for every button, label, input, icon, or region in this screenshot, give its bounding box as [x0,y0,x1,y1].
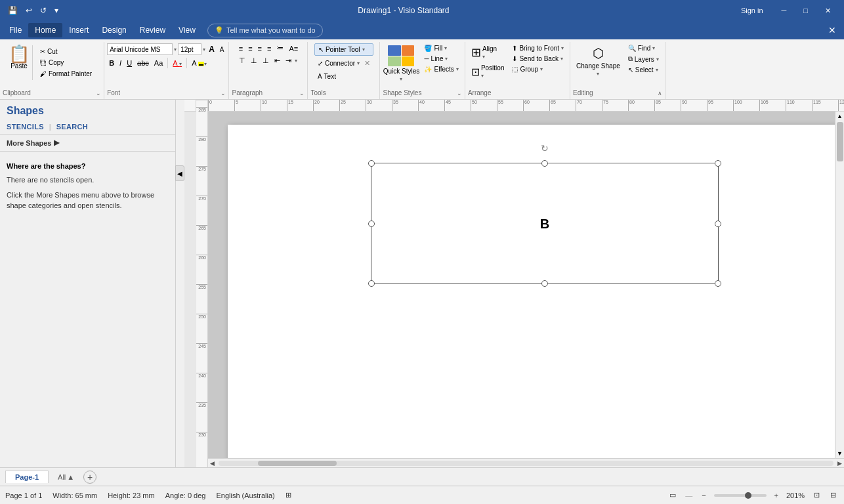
handle-top-center[interactable] [541,160,548,167]
position-button[interactable]: ⊡ Position ▾ [468,62,508,81]
font-color-button[interactable]: A ▾ [171,58,184,68]
font-size-label-btn[interactable]: Aa [152,58,165,68]
find-button[interactable]: 🔍 Find ▾ [625,43,662,53]
justify-button[interactable]: ≡ [265,44,273,53]
quick-styles-dropdown[interactable]: ▾ [400,76,402,82]
zoom-plus-button[interactable]: + [772,490,781,501]
copy-button[interactable]: ⿻ Copy [37,58,95,68]
vertical-scrollbar[interactable]: ▲ ▼ [835,112,844,458]
bring-front-button[interactable]: ⬆ Bring to Front ▾ [509,43,567,53]
tab-all-button[interactable]: All ▲ [51,471,81,483]
fill-button[interactable]: 🪣 Fill ▾ [421,43,461,53]
clipboard-expand-icon[interactable]: ⌄ [96,90,101,96]
font-size-dropdown[interactable]: ▾ [203,47,205,52]
shapestyles-expand-icon[interactable]: ⌄ [457,90,462,96]
align-center-button[interactable]: ≡ [246,44,254,53]
scroll-thumb-v[interactable] [837,122,843,161]
change-shape-dropdown[interactable]: ▾ [597,71,599,77]
handle-top-right[interactable] [715,160,721,167]
close-button[interactable]: ✕ [817,4,839,18]
connector-dropdown[interactable]: ▾ [357,60,360,66]
fit-width-button[interactable]: ⊟ [828,490,839,501]
bullets-button[interactable]: ≔ [274,43,285,53]
more-shapes-button[interactable]: More Shapes ▶ [0,135,175,152]
grow-font-button[interactable]: A [207,44,217,54]
para-dropdown[interactable]: ▾ [295,58,297,64]
tell-me-box[interactable]: 💡 Tell me what you want to do [207,24,323,37]
editing-expand-icon[interactable]: ∧ [658,90,662,96]
view-normal-icon[interactable]: ▭ [667,490,679,501]
valign-bot-button[interactable]: ⊥ [261,56,271,66]
align-dropdown[interactable]: ▾ [482,54,485,60]
italic-button[interactable]: I [117,58,123,68]
valign-mid-button[interactable]: ⊥ [249,56,259,66]
font-name-dropdown[interactable]: ▾ [174,47,177,52]
line-dropdown[interactable]: ▾ [445,56,448,62]
scroll-track-h[interactable] [219,461,833,466]
align-button[interactable]: ⊞ Align ▾ [468,43,508,62]
valign-top-button[interactable]: ⊤ [237,56,247,66]
tab-stencils[interactable]: STENCILS [7,121,44,133]
zoom-slider[interactable] [714,494,767,497]
strikethrough-button[interactable]: abc [135,58,151,68]
drawing-canvas[interactable]: ↻ B [208,112,835,458]
handle-top-left[interactable] [368,160,375,167]
maximize-button[interactable]: □ [795,4,816,17]
group-dropdown[interactable]: ▾ [540,66,543,72]
layers-dropdown[interactable]: ▾ [656,56,659,62]
align-left-button[interactable]: ≡ [237,44,245,53]
indent-more-button[interactable]: ⇥ [284,56,293,66]
font-expand-icon[interactable]: ⌄ [221,90,226,96]
save-button[interactable]: 💾 [5,5,20,16]
menu-home[interactable]: Home [28,23,62,37]
handle-mid-left[interactable] [368,220,375,227]
highlight-color-button[interactable]: A ▬▾ [190,58,209,68]
menu-view[interactable]: View [172,23,202,37]
handle-bot-right[interactable] [715,280,721,287]
scroll-up-button[interactable]: ▲ [835,112,844,121]
underline-button[interactable]: U [125,58,134,68]
change-shape-button[interactable]: ⬡ Change Shape ▾ [573,43,623,79]
bring-front-dropdown[interactable]: ▾ [561,45,564,51]
tab-search[interactable]: SEARCH [56,121,88,133]
page-tab-1[interactable]: Page-1 [5,471,49,483]
grid-icon[interactable]: ⊞ [285,491,291,499]
zoom-minus-button[interactable]: − [699,490,708,501]
scroll-down-button[interactable]: ▼ [835,449,844,458]
position-dropdown[interactable]: ▾ [481,73,484,79]
sign-in-button[interactable]: Sign in [741,7,763,14]
menu-design[interactable]: Design [95,23,133,37]
menu-review[interactable]: Review [133,23,172,37]
handle-bot-center[interactable] [541,280,548,287]
fit-page-button[interactable]: ⊡ [811,490,822,501]
add-page-button[interactable]: + [83,471,96,484]
effects-dropdown[interactable]: ▾ [456,66,459,72]
pointer-tool-button[interactable]: ↖ Pointer Tool ▾ [314,43,373,56]
cut-button[interactable]: ✂ Cut [37,47,95,56]
scroll-left-button[interactable]: ◀ [208,460,217,467]
selected-shape[interactable]: ↻ B [371,163,719,284]
shrink-font-button[interactable]: A [218,45,226,54]
send-back-button[interactable]: ⬇ Send to Back ▾ [509,54,567,64]
layers-button[interactable]: ⧉ Layers ▾ [625,54,662,64]
align-right-button[interactable]: ≡ [256,44,264,53]
para-expand-icon[interactable]: ⌄ [299,90,305,96]
fill-dropdown[interactable]: ▾ [444,45,447,51]
find-dropdown[interactable]: ▾ [652,45,655,51]
font-name-input[interactable] [107,43,173,55]
font-size-input[interactable] [178,43,201,55]
menu-insert[interactable]: Insert [62,23,95,37]
collapse-panel-button[interactable]: ◀ [175,165,184,181]
close-ribbon-button[interactable]: ✕ [823,22,841,38]
quick-styles-button[interactable]: Quick Styles ▾ [383,43,419,84]
pointer-dropdown[interactable]: ▾ [362,47,365,52]
scroll-right-button[interactable]: ▶ [835,460,844,467]
shape-text[interactable]: B [540,216,549,231]
indent-less-button[interactable]: ⇤ [272,56,282,66]
scroll-thumb-h[interactable] [258,461,337,466]
group-button[interactable]: ⬚ Group ▾ [509,64,567,74]
menu-file[interactable]: File [3,23,28,37]
redo-button[interactable]: ↺ [37,5,49,16]
line-button[interactable]: ─ Line ▾ [421,54,461,64]
customize-button[interactable]: ▾ [52,5,61,16]
